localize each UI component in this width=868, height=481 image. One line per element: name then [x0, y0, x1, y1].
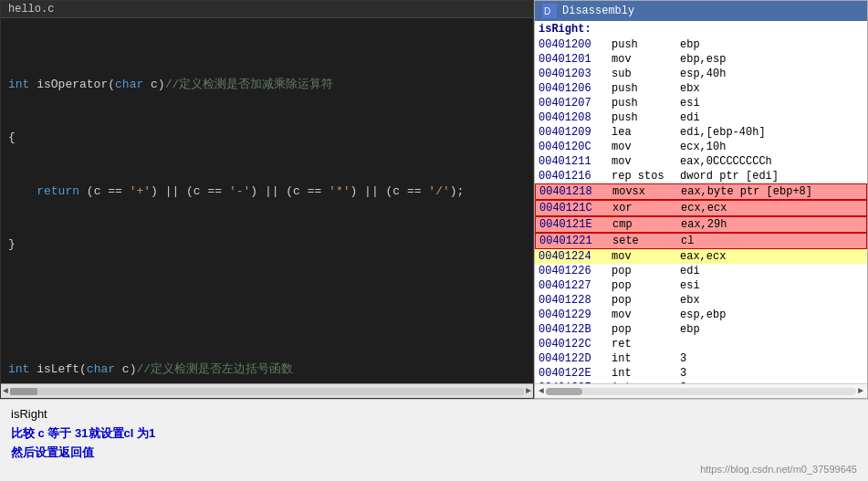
disasm-operand: ebp,esp [680, 53, 863, 66]
disasm-mnemonic: xor [612, 202, 681, 214]
disasm-scroll-left[interactable]: ◄ [539, 386, 544, 396]
disasm-mnemonic: mov [612, 308, 680, 321]
disasm-mnemonic: push [612, 97, 680, 110]
svg-text:D: D [544, 6, 550, 16]
disasm-panel-header: D Disassembly [535, 1, 867, 21]
disasm-row[interactable]: 00401228popebx [535, 293, 867, 308]
disasm-operand: dword ptr [edi] [680, 170, 863, 183]
disasm-mnemonic: rep stos [612, 170, 680, 183]
disasm-mnemonic: ret [612, 338, 680, 350]
disasm-row[interactable]: 00401201movebp,esp [535, 52, 867, 67]
top-area: hello.c int isOperator(char c)//定义检测是否加减… [0, 0, 868, 399]
bottom-line1: 比较 c 等于 31就设置cl 为1 [11, 424, 857, 444]
bottom-line1-text: 比较 c 等于 31就设置cl 为1 [11, 426, 155, 440]
horizontal-scrollbar[interactable]: ◄ ► [1, 383, 533, 398]
disasm-scrollbar-track[interactable] [546, 388, 856, 395]
disasm-address: 0040122E [539, 367, 612, 380]
disasm-row[interactable]: 00401229movesp,ebp [535, 308, 867, 322]
disasm-row[interactable]: 00401224moveax,ecx [535, 249, 867, 264]
disasm-address: 0040122B [539, 323, 612, 336]
disasm-operand: ebp [680, 323, 863, 336]
disasm-row[interactable]: 0040122Dint3 [535, 351, 867, 366]
disasm-row[interactable]: 00401216rep stosdword ptr [edi] [535, 169, 867, 183]
disasm-row[interactable]: 0040122Bpopebp [535, 322, 867, 337]
disasm-row[interactable]: 00401227popesi [535, 278, 867, 293]
disasm-row[interactable]: 00401203subesp,40h [535, 67, 867, 81]
disasm-row[interactable]: 0040121Ecmpeax,29h [535, 216, 867, 233]
disasm-address: 00401227 [539, 279, 612, 292]
disasm-mnemonic: sub [612, 68, 680, 80]
disasm-row[interactable]: 00401211moveax,0CCCCCCCCh [535, 154, 867, 169]
disasm-mnemonic: push [612, 111, 680, 124]
disasm-address: 00401209 [539, 126, 612, 139]
disasm-address: 0040120C [539, 141, 612, 153]
disasm-mnemonic: pop [612, 294, 680, 307]
disasm-mnemonic: int [612, 352, 680, 365]
disasm-address: 00401218 [539, 185, 612, 198]
disasm-address: 00401203 [539, 68, 612, 80]
disasm-mnemonic: mov [612, 250, 680, 263]
disasm-row[interactable]: 00401208pushedi [535, 110, 867, 125]
disasm-mnemonic: pop [612, 265, 680, 277]
disasm-row[interactable]: 00401206pushebx [535, 81, 867, 96]
disasm-row[interactable]: 00401221setecl [535, 233, 867, 249]
disasm-row[interactable]: 00401200pushebp [535, 37, 867, 52]
disasm-operand: 3 [680, 352, 863, 365]
disasm-operand: 3 [680, 367, 863, 380]
disasm-scrollbar-area[interactable]: ◄ ► [535, 383, 867, 398]
disasm-mnemonic: pop [612, 323, 680, 336]
code-line: } [1, 235, 533, 254]
disasm-address: 0040122C [539, 338, 612, 350]
disasm-mnemonic: push [612, 82, 680, 95]
disasm-address: 00401201 [539, 53, 612, 66]
disasm-operand: esp,ebp [680, 308, 863, 321]
disasm-address: 00401229 [539, 308, 612, 321]
disasm-operand [680, 338, 863, 350]
disasm-operand: cl [681, 235, 863, 247]
disasm-operand: esi [680, 97, 863, 110]
disasm-mnemonic: mov [612, 53, 680, 66]
disasm-operand: eax,29h [681, 218, 863, 231]
disasm-scrollbar-thumb[interactable] [546, 388, 582, 395]
disasm-mnemonic: movsx [612, 185, 681, 198]
disasm-address: 00401221 [539, 235, 612, 247]
disasm-address: 00401207 [539, 97, 612, 110]
disasm-mnemonic: mov [612, 155, 680, 168]
disasm-operand: edi [680, 111, 863, 124]
disasm-operand: ecx,ecx [681, 202, 863, 214]
scrollbar-track[interactable] [10, 388, 524, 395]
disasm-operand: esi [680, 279, 863, 292]
code-line: return (c == '+') || (c == '-') || (c ==… [1, 183, 533, 201]
disasm-row[interactable]: 0040122Cret [535, 337, 867, 351]
disasm-operand: edi [680, 265, 863, 277]
disasm-panel: D Disassembly isRight: 00401200pushebp00… [534, 0, 868, 399]
bottom-function-label: isRight [11, 405, 857, 424]
disasm-row[interactable]: 0040122Eint3 [535, 366, 867, 381]
disasm-mnemonic: sete [612, 235, 681, 247]
disasm-mnemonic: lea [612, 126, 680, 139]
bottom-url: https://blog.csdn.net/m0_37599645 [11, 464, 857, 475]
disasm-row[interactable]: 00401226popedi [535, 264, 867, 278]
disasm-scroll-right[interactable]: ► [858, 386, 863, 396]
disasm-icon: D [542, 4, 557, 18]
code-line: int isLeft(char c)//定义检测是否左边括号函数 [1, 361, 533, 379]
disasm-row[interactable]: 0040121Cxorecx,ecx [535, 200, 867, 216]
disasm-address: 0040121C [539, 202, 612, 214]
filename-label: hello.c [8, 3, 54, 16]
code-line [1, 289, 533, 308]
disasm-operand: eax,0CCCCCCCCh [680, 155, 863, 168]
bottom-panel: isRight 比较 c 等于 31就设置cl 为1 然后设置返回值 https… [0, 399, 868, 481]
disasm-row[interactable]: 00401218movsxeax,byte ptr [ebp+8] [535, 183, 867, 200]
disasm-row[interactable]: 00401209leaedi,[ebp-40h] [535, 125, 867, 140]
disasm-operand: edi,[ebp-40h] [680, 126, 863, 139]
code-line: { [1, 129, 533, 147]
disasm-row[interactable]: 00401207pushesi [535, 96, 867, 110]
disasm-row[interactable]: 0040120Cmovecx,10h [535, 140, 867, 154]
code-panel[interactable]: hello.c int isOperator(char c)//定义检测是否加减… [0, 0, 534, 399]
scroll-left-button[interactable]: ◄ [3, 386, 8, 396]
disasm-address: 0040122D [539, 352, 612, 365]
scrollbar-thumb[interactable] [10, 388, 37, 395]
disasm-content[interactable]: isRight: 00401200pushebp00401201movebp,e… [535, 21, 867, 383]
disasm-operand: ecx,10h [680, 141, 863, 153]
scroll-right-button[interactable]: ► [526, 386, 531, 396]
